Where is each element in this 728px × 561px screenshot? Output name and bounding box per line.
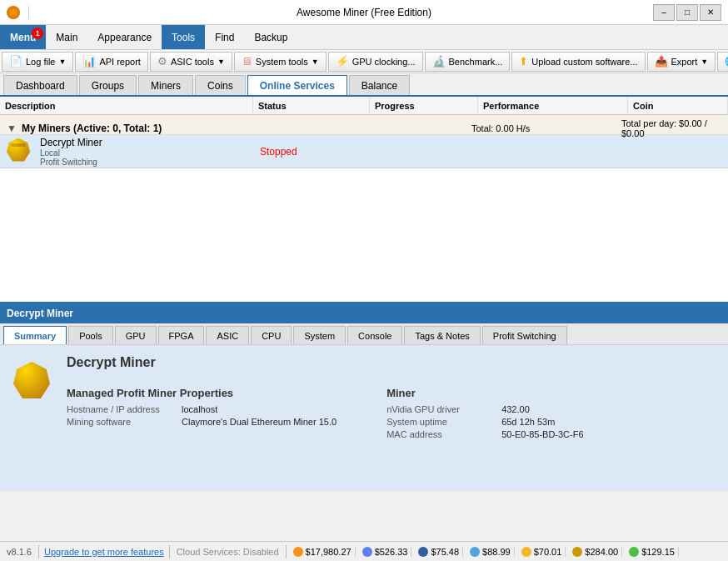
menu-item-backup[interactable]: Backup: [244, 25, 297, 49]
price-eth: $526.33: [359, 547, 412, 557]
maximize-button[interactable]: □: [676, 4, 698, 21]
prop-mac: MAC address 50-E0-85-BD-3C-F6: [386, 429, 583, 439]
menu-item-tools[interactable]: Tools: [162, 25, 205, 49]
minimize-button[interactable]: –: [653, 4, 675, 21]
col-status: Status: [253, 97, 370, 114]
miners-section: ▼ My Miners (Active: 0, Total: 1) Total:…: [0, 115, 728, 302]
miners-empty-area: [0, 168, 728, 302]
export-button[interactable]: 📤 Export ▼: [647, 52, 716, 72]
rules-icon: 🌐: [725, 55, 728, 68]
menu-item-appearance[interactable]: Appearance: [87, 25, 162, 49]
title-sep: [28, 6, 29, 19]
rules-button[interactable]: 🌐 Rules ▼: [717, 52, 728, 72]
system-tools-button[interactable]: 🖥 System tools ▼: [234, 52, 327, 72]
menu-item-find[interactable]: Find: [205, 25, 244, 49]
col-coin: Coin: [628, 97, 728, 114]
miner-info: Decrypt Miner Local Profit Switching: [40, 137, 102, 167]
prop-mac-label: MAC address: [386, 429, 495, 439]
tab-miners[interactable]: Miners: [138, 75, 193, 95]
tab-groups[interactable]: Groups: [79, 75, 137, 95]
status-sep-0: [38, 545, 39, 558]
menu-item-main[interactable]: Main: [46, 25, 87, 49]
lower-panel-title: Decrypt Miner: [7, 308, 73, 319]
prop-nvidia-label: nVidia GPU driver: [386, 404, 495, 414]
prop-mining-software: Mining software Claymore's Dual Ethereum…: [67, 417, 337, 427]
group-total-hash: Total: 0.00 H/s: [471, 123, 621, 133]
sys-dropdown-arrow: ▼: [312, 58, 319, 66]
log-icon: 📄: [9, 55, 22, 68]
gpu-clocking-button[interactable]: ⚡ GPU clocking...: [328, 52, 423, 72]
ltc-dot: [418, 547, 428, 557]
menu-button[interactable]: Menu 1: [0, 25, 46, 49]
group-total-day: Total per day: $0.00 / $0.00: [621, 118, 721, 138]
miner-status: Stopped: [253, 146, 370, 158]
export-dropdown-arrow: ▼: [701, 58, 708, 66]
miners-group-header: ▼ My Miners (Active: 0, Total: 1) Total:…: [0, 115, 728, 135]
xmr-dot: [470, 547, 480, 557]
monero-dot: [629, 547, 639, 557]
tab-coins[interactable]: Coins: [195, 75, 246, 95]
prop-uptime-value: 65d 12h 53m: [501, 417, 555, 427]
lower-tab-profit-switching[interactable]: Profit Switching: [482, 326, 567, 344]
summary-details: Decrypt Miner Managed Profit Miner Prope…: [67, 355, 715, 481]
api-report-button[interactable]: 📊 API report: [75, 52, 148, 72]
close-button[interactable]: ✕: [700, 4, 721, 21]
status-bar: v8.1.6 Upgrade to get more features Clou…: [0, 541, 728, 561]
lower-tab-gpu[interactable]: GPU: [115, 326, 157, 344]
status-sep-1: [169, 545, 170, 558]
asic-tools-button[interactable]: ⚙ ASIC tools ▼: [150, 52, 232, 72]
miner-desc: Decrypt Miner Local Profit Switching: [0, 137, 253, 167]
toolbar: 📄 Log file ▼ 📊 API report ⚙ ASIC tools ▼…: [0, 50, 728, 73]
menu-bar: Menu 1 Main Appearance Tools Find Backup: [0, 25, 728, 50]
lower-tab-asic[interactable]: ASIC: [206, 326, 249, 344]
log-file-button[interactable]: 📄 Log file ▼: [2, 52, 73, 72]
benchmark-button[interactable]: 🔬 Benchmark...: [425, 52, 511, 72]
price-monero: $129.15: [626, 547, 679, 557]
prop-hostname-value: localhost: [182, 404, 217, 414]
tab-balance[interactable]: Balance: [349, 75, 410, 95]
eth-dot: [362, 547, 372, 557]
prop-hostname: Hostname / IP address localhost: [67, 404, 337, 414]
price-zec: $70.01: [518, 547, 566, 557]
bench-icon: 🔬: [432, 55, 446, 68]
lower-tab-cpu[interactable]: CPU: [251, 326, 292, 344]
prop-mining-label: Mining software: [67, 417, 175, 427]
lower-tab-console[interactable]: Console: [347, 326, 402, 344]
summary-managed-col: Managed Profit Miner Properties Hostname…: [67, 380, 337, 442]
prop-uptime-label: System uptime: [386, 417, 495, 427]
log-dropdown-arrow: ▼: [58, 58, 66, 66]
sys-icon: 🖥: [242, 55, 252, 68]
menu-badge: 1: [32, 28, 43, 39]
upload-software-button[interactable]: ⬆ Upload custom software...: [511, 52, 645, 72]
asic-dropdown-arrow: ▼: [217, 58, 225, 66]
upgrade-link[interactable]: Upgrade to get more features: [42, 547, 166, 557]
tab-online-services[interactable]: Online Services: [247, 75, 347, 95]
lower-tab-tags[interactable]: Tags & Notes: [404, 326, 480, 344]
tab-dashboard[interactable]: Dashboard: [3, 75, 77, 95]
summary-miner-icon: [13, 362, 50, 398]
lower-tab-summary[interactable]: Summary: [3, 326, 67, 344]
miner-location: Local: [40, 148, 102, 158]
group-label: My Miners (Active: 0, Total: 1): [22, 123, 162, 134]
summary-miner-col: Miner nVidia GPU driver 432.00 System up…: [386, 380, 583, 442]
summary-icon-area: [13, 355, 50, 481]
price-btc: $17,980.27: [290, 547, 356, 557]
api-icon: 📊: [82, 55, 96, 68]
upload-icon: ⬆: [519, 55, 528, 68]
lower-tab-fpga[interactable]: FPGA: [158, 326, 205, 344]
lower-tab-pools[interactable]: Pools: [68, 326, 113, 344]
miner-row[interactable]: Decrypt Miner Local Profit Switching Sto…: [0, 135, 728, 168]
status-sep-2: [286, 545, 287, 558]
summary-miner-name: Decrypt Miner: [67, 355, 715, 370]
window-controls: – □ ✕: [653, 4, 721, 21]
prop-mining-value: Claymore's Dual Ethereum Miner 15.0: [182, 417, 337, 427]
table-header: Description Status Progress Performance …: [0, 97, 728, 115]
prop-hostname-label: Hostname / IP address: [67, 404, 175, 414]
lower-tab-system[interactable]: System: [293, 326, 346, 344]
prop-nvidia: nVidia GPU driver 432.00: [386, 404, 583, 414]
gpu-icon: ⚡: [336, 55, 349, 68]
section-managed-title: Managed Profit Miner Properties: [67, 387, 337, 399]
price-ltc: $75.48: [415, 547, 463, 557]
app-icon: [7, 6, 20, 19]
title-bar: Awesome Miner (Free Edition) – □ ✕: [0, 0, 728, 25]
